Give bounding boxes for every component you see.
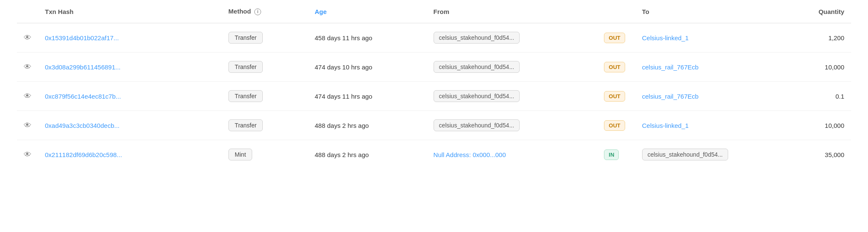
header-method: Method i — [222, 0, 308, 23]
row-eye-cell: 👁 — [17, 23, 38, 52]
txn-hash-cell: 0x3d08a299b611456891... — [38, 52, 222, 82]
eye-icon[interactable]: 👁 — [24, 150, 31, 159]
table-row: 👁0x15391d4b01b022af17...Transfer458 days… — [17, 23, 851, 52]
table-row: 👁0xad49a3c3cb0340decb...Transfer488 days… — [17, 111, 851, 140]
direction-cell: OUT — [594, 23, 635, 52]
age-text: 458 days 11 hrs ago — [315, 34, 373, 41]
row-eye-cell: 👁 — [17, 52, 38, 82]
from-cell: celsius_stakehound_f0d54... — [427, 82, 594, 111]
quantity-cell: 35,000 — [786, 140, 851, 169]
table-body: 👁0x15391d4b01b022af17...Transfer458 days… — [17, 23, 851, 169]
direction-badge: OUT — [604, 91, 625, 102]
header-quantity: Quantity — [786, 0, 851, 23]
method-cell: Transfer — [222, 82, 308, 111]
quantity-cell: 1,200 — [786, 23, 851, 52]
method-badge: Transfer — [228, 90, 263, 102]
row-eye-cell: 👁 — [17, 82, 38, 111]
age-text: 488 days 2 hrs ago — [315, 151, 369, 158]
direction-badge: OUT — [604, 33, 625, 43]
direction-cell: IN — [594, 140, 635, 169]
from-badge: celsius_stakehound_f0d54... — [434, 32, 520, 44]
header-txn-hash: Txn Hash — [38, 0, 222, 23]
age-text: 488 days 2 hrs ago — [315, 122, 369, 129]
age-cell: 474 days 11 hrs ago — [308, 82, 427, 111]
to-link[interactable]: Celsius-linked_1 — [642, 122, 689, 129]
table-row: 👁0x3d08a299b611456891...Transfer474 days… — [17, 52, 851, 82]
from-cell: celsius_stakehound_f0d54... — [427, 52, 594, 82]
row-eye-cell: 👁 — [17, 140, 38, 169]
direction-badge: IN — [604, 149, 619, 160]
direction-cell: OUT — [594, 52, 635, 82]
txn-hash-link[interactable]: 0xc879f56c14e4ec81c7b... — [45, 93, 121, 100]
quantity-cell: 10,000 — [786, 52, 851, 82]
eye-icon[interactable]: 👁 — [24, 92, 31, 100]
to-link[interactable]: celsius_rail_767Ecb — [642, 93, 698, 100]
transactions-table-container: Txn Hash Method i Age From To Quantity 👁… — [0, 0, 868, 169]
age-cell: 474 days 10 hrs ago — [308, 52, 427, 82]
quantity-cell: 0.1 — [786, 82, 851, 111]
from-badge: celsius_stakehound_f0d54... — [434, 61, 520, 73]
method-badge: Transfer — [228, 61, 263, 73]
header-age: Age — [308, 0, 427, 23]
direction-badge: OUT — [604, 62, 625, 72]
from-badge: celsius_stakehound_f0d54... — [434, 119, 520, 131]
to-cell: celsius_rail_767Ecb — [635, 82, 786, 111]
age-text: 474 days 10 hrs ago — [315, 64, 373, 71]
txn-hash-cell: 0xad49a3c3cb0340decb... — [38, 111, 222, 140]
to-badge: celsius_stakehound_f0d54... — [642, 149, 728, 160]
txn-hash-link[interactable]: 0x15391d4b01b022af17... — [45, 34, 119, 41]
row-eye-cell: 👁 — [17, 111, 38, 140]
to-link[interactable]: celsius_rail_767Ecb — [642, 64, 698, 71]
method-cell: Transfer — [222, 111, 308, 140]
method-info-icon[interactable]: i — [254, 8, 261, 15]
header-icon-col — [17, 0, 38, 23]
txn-hash-cell: 0xc879f56c14e4ec81c7b... — [38, 82, 222, 111]
direction-badge: OUT — [604, 120, 625, 131]
from-cell: Null Address: 0x000...000 — [427, 140, 594, 169]
header-from: From — [427, 0, 594, 23]
age-cell: 458 days 11 hrs ago — [308, 23, 427, 52]
age-cell: 488 days 2 hrs ago — [308, 111, 427, 140]
header-to: To — [635, 0, 786, 23]
from-badge: celsius_stakehound_f0d54... — [434, 90, 520, 102]
from-cell: celsius_stakehound_f0d54... — [427, 111, 594, 140]
txn-hash-cell: 0x15391d4b01b022af17... — [38, 23, 222, 52]
table-row: 👁0x211182df69d6b20c598...Mint488 days 2 … — [17, 140, 851, 169]
to-link[interactable]: Celsius-linked_1 — [642, 34, 689, 41]
to-cell: Celsius-linked_1 — [635, 111, 786, 140]
from-cell: celsius_stakehound_f0d54... — [427, 23, 594, 52]
method-badge: Transfer — [228, 119, 263, 131]
eye-icon[interactable]: 👁 — [24, 121, 31, 130]
to-cell: Celsius-linked_1 — [635, 23, 786, 52]
method-cell: Transfer — [222, 23, 308, 52]
txn-hash-cell: 0x211182df69d6b20c598... — [38, 140, 222, 169]
to-cell: celsius_stakehound_f0d54... — [635, 140, 786, 169]
quantity-cell: 10,000 — [786, 111, 851, 140]
transactions-table: Txn Hash Method i Age From To Quantity 👁… — [17, 0, 851, 169]
table-row: 👁0xc879f56c14e4ec81c7b...Transfer474 day… — [17, 82, 851, 111]
method-cell: Transfer — [222, 52, 308, 82]
method-cell: Mint — [222, 140, 308, 169]
header-direction — [594, 0, 635, 23]
method-badge: Transfer — [228, 32, 263, 44]
to-cell: celsius_rail_767Ecb — [635, 52, 786, 82]
method-badge: Mint — [228, 149, 252, 160]
from-link[interactable]: Null Address: 0x000...000 — [434, 151, 506, 158]
txn-hash-link[interactable]: 0xad49a3c3cb0340decb... — [45, 122, 120, 129]
eye-icon[interactable]: 👁 — [24, 33, 31, 42]
direction-cell: OUT — [594, 82, 635, 111]
age-cell: 488 days 2 hrs ago — [308, 140, 427, 169]
table-header-row: Txn Hash Method i Age From To Quantity — [17, 0, 851, 23]
age-text: 474 days 11 hrs ago — [315, 93, 373, 100]
txn-hash-link[interactable]: 0x3d08a299b611456891... — [45, 64, 121, 71]
direction-cell: OUT — [594, 111, 635, 140]
txn-hash-link[interactable]: 0x211182df69d6b20c598... — [45, 151, 122, 158]
eye-icon[interactable]: 👁 — [24, 63, 31, 71]
